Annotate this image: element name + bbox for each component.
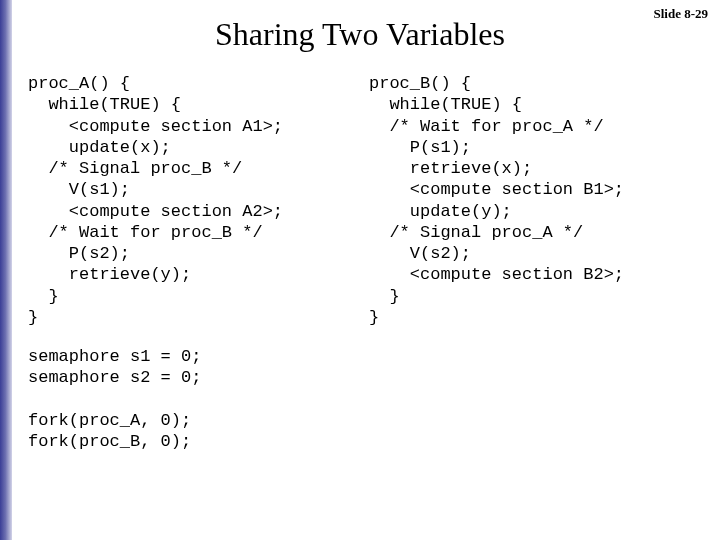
init-code: semaphore s1 = 0; semaphore s2 = 0; fork… [0, 346, 720, 452]
slide-number: Slide 8-29 [653, 6, 708, 22]
proc-b-code: proc_B() { while(TRUE) { /* Wait for pro… [369, 73, 710, 328]
code-columns: proc_A() { while(TRUE) { <compute sectio… [0, 73, 720, 328]
page-title: Sharing Two Variables [0, 16, 720, 53]
left-accent-bar [0, 0, 12, 540]
proc-a-code: proc_A() { while(TRUE) { <compute sectio… [28, 73, 369, 328]
